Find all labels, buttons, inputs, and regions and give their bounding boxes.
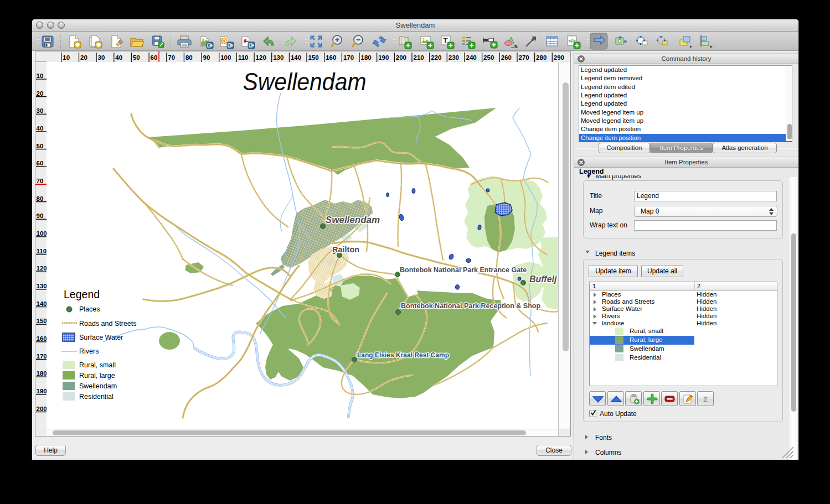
svg-text:80: 80 [37,195,44,202]
svg-text:140: 140 [37,300,47,307]
svg-text:150: 150 [308,54,319,61]
svg-text:20: 20 [80,54,87,61]
svg-text:220: 220 [431,54,441,61]
svg-text:180: 180 [361,54,372,61]
svg-text:Bontebok National Park Recepti: Bontebok National Park Reception & Shop [401,302,540,310]
svg-text:Bontebok National Park Entranc: Bontebok National Park Entrance Gate [400,266,527,274]
svg-text:190: 190 [378,54,389,61]
svg-text:70: 70 [168,54,175,61]
svg-text:120: 120 [256,54,266,61]
svg-text:80: 80 [185,54,193,61]
svg-text:40: 40 [37,125,44,132]
svg-text:240: 240 [466,54,477,61]
svg-text:290: 290 [554,54,564,61]
svg-text:20: 20 [37,90,44,97]
svg-text:140: 140 [291,54,301,61]
svg-text:Σ: Σ [703,394,708,404]
svg-text:170: 170 [343,54,354,61]
svg-text:200: 200 [396,54,406,61]
svg-text:Rivers: Rivers [79,347,99,355]
svg-text:10: 10 [63,54,70,61]
svg-text:70: 70 [37,178,44,184]
svg-text:190: 190 [37,388,47,394]
svg-text:110: 110 [238,54,249,61]
svg-text:110: 110 [37,248,47,254]
svg-text:160: 160 [326,54,336,61]
svg-text:Roads and Streets: Roads and Streets [79,320,137,328]
svg-text:60: 60 [37,160,44,167]
svg-text:100: 100 [37,230,47,237]
svg-text:Lang Elsies Kraal Rest Camp: Lang Elsies Kraal Rest Camp [357,351,449,359]
svg-text:50: 50 [37,143,44,149]
svg-text:50: 50 [133,54,140,61]
svg-text:60: 60 [151,54,158,61]
svg-text:30: 30 [37,107,44,114]
svg-text:Places: Places [79,305,100,313]
svg-text:Residential: Residential [79,393,114,401]
svg-text:Rural, large: Rural, large [79,372,115,380]
svg-text:160: 160 [37,335,47,342]
svg-text:210: 210 [414,54,424,61]
svg-text:30: 30 [98,54,105,61]
svg-text:Legend: Legend [64,288,100,300]
svg-text:90: 90 [37,212,44,219]
svg-text:130: 130 [37,283,47,289]
svg-text:230: 230 [448,54,459,61]
svg-text:40: 40 [115,54,122,61]
svg-text:100: 100 [220,54,231,61]
svg-text:90: 90 [203,54,210,61]
svg-text:200: 200 [37,406,47,412]
svg-text:Railton: Railton [332,245,359,254]
svg-text:150: 150 [37,318,47,324]
svg-text:270: 270 [519,54,529,61]
svg-text:Swellendam: Swellendam [243,68,367,95]
svg-text:Rural, small: Rural, small [79,361,116,369]
svg-text:Surface Water: Surface Water [79,334,123,341]
svg-text:170: 170 [37,353,47,360]
svg-text:10: 10 [37,72,44,79]
svg-text:Buffelj: Buffelj [529,274,557,284]
svg-text:Swellendam: Swellendam [326,215,380,225]
svg-text:180: 180 [37,370,47,377]
svg-text:130: 130 [273,54,283,61]
svg-text:120: 120 [37,265,47,272]
svg-text:260: 260 [501,54,512,61]
svg-text:250: 250 [483,54,494,61]
svg-text:280: 280 [536,54,547,61]
svg-text:Swellendam: Swellendam [79,382,117,390]
svg-text:T: T [444,37,448,45]
